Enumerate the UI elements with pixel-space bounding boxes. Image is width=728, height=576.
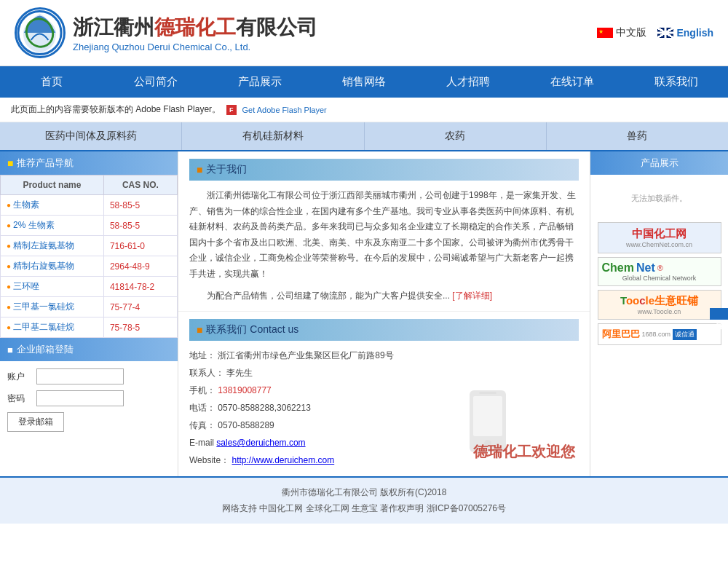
- cas-link[interactable]: 58-85-5: [110, 200, 140, 210]
- nav-contact[interactable]: 联系我们: [624, 66, 728, 98]
- orange-bullet-icon: ●: [7, 201, 11, 209]
- mailbox-title: 企业邮箱登陆: [17, 343, 74, 356]
- table-row: ●精制左旋氨基物 716-61-0: [1, 236, 178, 256]
- svg-rect-5: [479, 392, 496, 394]
- main-nav: 首页 公司简介 产品展示 销售网络 人才招聘 在线订单 联系我们: [0, 66, 728, 98]
- table-row: ●三甲基一氯硅烷 75-77-4: [1, 297, 178, 317]
- nav-about[interactable]: 公司简介: [104, 66, 208, 98]
- lang-en-btn[interactable]: English: [657, 27, 713, 39]
- partner-cnchemnet[interactable]: 中国化工网 www.ChemNet.com.cn: [598, 222, 721, 253]
- prod-show-header: 产品展示: [590, 151, 728, 175]
- cas-link[interactable]: 716-61-0: [110, 241, 145, 251]
- orange-bullet-icon: ●: [7, 221, 11, 229]
- contact-address: 地址： 浙江省衢州市绿色产业集聚区巨化厂前路89号: [189, 347, 579, 364]
- about-section: ■ 关于我们 浙江衢州德瑞化工有限公司位于浙江西部美丽城市衢州，公司创建于199…: [178, 151, 590, 312]
- category-tabs: 医药中间体及原料药 有机硅新材料 农药 兽药: [0, 122, 728, 151]
- footer-support: 网络支持 中国化工网 全球化工网 生意宝 著作权声明 浙ICP备07005276…: [7, 501, 721, 517]
- prod-show-body: 无法加载插件。 中国化工网 www.ChemNet.com.cn ChemNet…: [590, 175, 728, 349]
- rec-header-icon: ■: [7, 157, 13, 169]
- about-text2: 为配合产品销售，公司组建了物流部，能为广大客户提供安全... [了解详细]: [189, 288, 579, 304]
- cat-tab-veterinary[interactable]: 兽药: [547, 122, 728, 150]
- pass-label: 密码: [7, 392, 33, 405]
- center-content: ■ 关于我们 浙江衢州德瑞化工有限公司位于浙江西部美丽城市衢州，公司创建于199…: [178, 151, 590, 476]
- nav-products[interactable]: 产品展示: [208, 66, 312, 98]
- product-link[interactable]: 精制左旋氨基物: [13, 240, 74, 250]
- table-row: ●生物素 58-85-5: [1, 195, 178, 216]
- cas-link[interactable]: 75-77-4: [110, 302, 140, 312]
- about-title: 关于我们: [206, 163, 247, 176]
- product-link[interactable]: 二甲基二氯硅烷: [13, 322, 74, 332]
- product-link[interactable]: 生物素: [13, 200, 39, 210]
- left-sidebar: ■ 推荐产品导航 Product name CAS NO. ●生物素 58-85…: [0, 151, 178, 476]
- email-link[interactable]: sales@deruichem.com: [216, 438, 305, 448]
- main-content: ■ 推荐产品导航 Product name CAS NO. ●生物素 58-85…: [0, 151, 728, 476]
- site-header: 浙江衢州德瑞化工有限公司 Zhejiang Quzhou Derui Chemi…: [0, 0, 728, 66]
- rec-products-title: 推荐产品导航: [17, 157, 74, 170]
- orange-bullet-icon: ●: [7, 303, 11, 311]
- welcome-text: 德瑞化工欢迎您: [473, 442, 575, 462]
- contact-title: 联系我们 Contact us: [206, 323, 298, 336]
- mailbox-header: ■ 企业邮箱登陆: [0, 338, 178, 361]
- col-cas-no: CAS NO.: [103, 175, 177, 195]
- table-row: ●二甲基二氯硅烷 75-78-5: [1, 317, 178, 338]
- orange-bullet-icon: ●: [7, 323, 11, 331]
- product-link[interactable]: 精制右旋氨基物: [13, 261, 74, 271]
- site-footer: 衢州市德瑞化工有限公司 版权所有(C)2018 网络支持 中国化工网 全球化工网…: [0, 476, 728, 524]
- password-input[interactable]: [36, 390, 124, 406]
- nav-hr[interactable]: 人才招聘: [416, 66, 520, 98]
- product-link[interactable]: 三甲基一氯硅烷: [13, 301, 74, 312]
- partner-chemnet[interactable]: ChemNet® Global Chemical Network: [598, 257, 721, 286]
- adobe-flash-icon: F: [226, 105, 237, 115]
- cat-tab-pesticide[interactable]: 农药: [365, 122, 547, 150]
- nav-home[interactable]: 首页: [0, 66, 104, 98]
- about-detail-link[interactable]: [了解详细]: [452, 291, 492, 301]
- flash-text: 此页面上的内容需要较新版本的 Adobe Flash Player。: [11, 103, 221, 116]
- partner-alibaba[interactable]: 阿里巴巴 1688.com 诚信通: [598, 323, 721, 345]
- footer-copyright: 衢州市德瑞化工有限公司 版权所有(C)2018: [7, 485, 721, 501]
- login-button[interactable]: 登录邮箱: [7, 412, 64, 432]
- cas-link[interactable]: 58-85-5: [110, 221, 140, 231]
- contact-section: ■ 联系我们 Contact us 地址： 浙江省衢州市绿色产业集聚区巨化厂前路…: [178, 312, 590, 476]
- contact-header-icon: ■: [197, 324, 202, 336]
- orange-bullet-icon: ●: [7, 242, 11, 250]
- login-row: 登录邮箱: [7, 412, 170, 432]
- about-header-icon: ■: [197, 164, 202, 175]
- product-link[interactable]: 2% 生物素: [13, 220, 55, 230]
- logo-text: 浙江衢州德瑞化工有限公司 Zhejiang Quzhou Derui Chemi…: [73, 14, 317, 52]
- table-row: ●精制右旋氨基物 2964-48-9: [1, 256, 178, 277]
- company-name-en: Zhejiang Quzhou Derui Chemical Co., Ltd.: [73, 42, 317, 52]
- contact-person: 联系人： 李先生: [189, 364, 579, 382]
- flash-notice: 此页面上的内容需要较新版本的 Adobe Flash Player。 F Get…: [0, 98, 728, 122]
- get-flash-link[interactable]: Get Adobe Flash Player: [242, 106, 327, 114]
- contact-header: ■ 联系我们 Contact us: [189, 319, 579, 341]
- cat-tab-pharma[interactable]: 医药中间体及原料药: [0, 122, 182, 150]
- recommended-products-table: Product name CAS NO. ●生物素 58-85-5 ●2% 生物…: [0, 175, 178, 338]
- pass-row: 密码: [7, 390, 170, 406]
- col-product-name: Product name: [1, 175, 104, 195]
- website-link[interactable]: http://www.deruichem.com: [232, 455, 334, 465]
- mailbox-body: 账户 密码 登录邮箱: [0, 361, 178, 445]
- cas-link[interactable]: 41814-78-2: [110, 282, 154, 292]
- company-name-cn: 浙江衢州德瑞化工有限公司: [73, 14, 317, 42]
- rec-products-header: ■ 推荐产品导航: [0, 151, 178, 175]
- product-link[interactable]: 三环唑: [13, 281, 39, 291]
- nav-sales[interactable]: 销售网络: [312, 66, 416, 98]
- flag-cn-icon: ★: [597, 28, 613, 38]
- username-input[interactable]: [36, 368, 124, 384]
- cat-tab-silicone[interactable]: 有机硅新材料: [182, 122, 364, 150]
- orange-bullet-icon: ●: [7, 262, 11, 270]
- side-expand-tab[interactable]: 分享: [710, 308, 728, 320]
- nav-order[interactable]: 在线订单: [520, 66, 624, 98]
- lang-cn-btn[interactable]: ★ 中文版: [597, 26, 646, 39]
- orange-bullet-icon: ●: [7, 283, 11, 291]
- cannot-load-text: 无法加载插件。: [631, 178, 687, 218]
- partner-toocle[interactable]: Toocle生意旺铺 www.Toocle.cn: [598, 290, 721, 320]
- logo-area: 浙江衢州德瑞化工有限公司 Zhejiang Quzhou Derui Chemi…: [15, 7, 317, 58]
- table-row: ●三环唑 41814-78-2: [1, 277, 178, 297]
- cas-link[interactable]: 75-78-5: [110, 323, 140, 333]
- svg-rect-3: [473, 396, 502, 436]
- cas-link[interactable]: 2964-48-9: [110, 261, 150, 272]
- about-text1: 浙江衢州德瑞化工有限公司位于浙江西部美丽城市衢州，公司创建于1998年，是一家集…: [189, 188, 579, 283]
- language-selector: ★ 中文版 English: [597, 26, 713, 39]
- flag-uk-icon: [657, 28, 673, 38]
